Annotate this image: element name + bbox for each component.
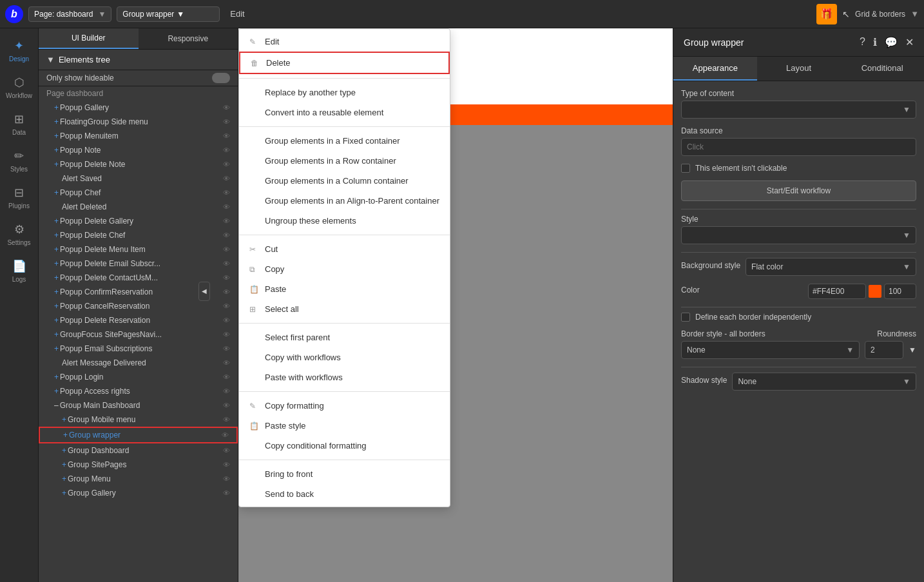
data-source-select[interactable]: Click [681, 138, 916, 156]
ctx-copy-conditional[interactable]: Copy conditional formatting [239, 436, 450, 456]
ctx-bring-front[interactable]: Bring to front [239, 464, 450, 484]
border-independent-checkbox[interactable] [681, 313, 690, 322]
list-item[interactable]: + GroupFocus SitePagesNavi... 👁 [39, 327, 238, 342]
ctx-replace[interactable]: Replace by another type [239, 82, 450, 102]
eye-icon[interactable]: 👁 [223, 359, 230, 367]
list-item[interactable]: – Group Main Dashboard 👁 [39, 398, 238, 412]
eye-icon[interactable]: 👁 [223, 302, 230, 310]
list-item[interactable]: + Popup Login 👁 [39, 370, 238, 384]
ctx-copy-formatting[interactable]: ✎ Copy formatting [239, 396, 450, 416]
ctx-ungroup[interactable]: Ungroup these elements [239, 211, 450, 231]
list-item[interactable]: + Popup Note 👁 [39, 143, 238, 157]
roundness-input[interactable]: 2 [865, 341, 903, 359]
ctx-select-parent[interactable]: Select first parent [239, 327, 450, 347]
ctx-select-all[interactable]: ⊞ Select all [239, 299, 450, 319]
border-select[interactable]: None ▼ [681, 341, 860, 359]
tab-responsive[interactable]: Responsive [139, 28, 238, 49]
sidebar-item-workflow[interactable]: ⬡ Workflow [0, 70, 38, 104]
eye-icon[interactable]: 👁 [223, 146, 230, 154]
eye-icon[interactable]: 👁 [223, 189, 230, 197]
info-icon[interactable]: ℹ [873, 36, 877, 48]
ctx-group-fixed[interactable]: Group elements in a Fixed container [239, 131, 450, 151]
ctx-paste[interactable]: 📋 Paste [239, 279, 450, 299]
eye-icon[interactable]: 👁 [223, 175, 230, 182]
list-item[interactable]: + Popup Gallery 👁 [39, 101, 238, 115]
list-item[interactable]: + Group Dashboard 👁 [39, 443, 238, 458]
eye-icon[interactable]: 👁 [223, 331, 230, 338]
ctx-group-column[interactable]: Group elements in a Column container [239, 171, 450, 191]
eye-icon[interactable]: 👁 [223, 274, 230, 282]
ctx-copy[interactable]: ⧉ Copy [239, 259, 450, 279]
eye-icon[interactable]: 👁 [223, 260, 230, 267]
eye-icon[interactable]: 👁 [223, 475, 230, 483]
list-item[interactable]: + Popup Delete Menu Item 👁 [39, 242, 238, 257]
tree-item-group-wrapper[interactable]: + Group wrapper 👁 [39, 427, 238, 443]
list-item[interactable]: + Group Mobile menu 👁 [39, 412, 238, 427]
sidebar-item-settings[interactable]: ⚙ Settings [0, 217, 38, 251]
style-select[interactable]: ▼ [681, 226, 916, 244]
help-icon[interactable]: ? [860, 36, 865, 48]
hideable-toggle[interactable] [212, 73, 230, 83]
sidebar-item-data[interactable]: ⊞ Data [0, 107, 38, 141]
ctx-group-row[interactable]: Group elements in a Row container [239, 151, 450, 171]
list-item[interactable]: Alert Message Delivered 👁 [39, 356, 238, 370]
not-clickable-checkbox[interactable] [681, 164, 690, 173]
tab-appearance[interactable]: Appearance [673, 57, 757, 81]
type-of-content-select[interactable]: ▼ [681, 101, 916, 119]
workflow-button[interactable]: Start/Edit workflow [681, 180, 916, 201]
eye-icon[interactable]: 👁 [223, 104, 230, 112]
list-item[interactable]: + Popup Delete Chef 👁 [39, 228, 238, 242]
eye-icon[interactable]: 👁 [223, 132, 230, 140]
eye-icon[interactable]: 👁 [223, 288, 230, 296]
tab-ui-builder[interactable]: UI Builder [39, 28, 139, 49]
list-item[interactable]: + Popup Delete Gallery 👁 [39, 214, 238, 228]
shadow-select[interactable]: None ▼ [732, 373, 916, 391]
gift-icon[interactable]: 🎁 [816, 4, 837, 24]
ctx-convert[interactable]: Convert into a reusable element [239, 102, 450, 122]
eye-icon[interactable]: 👁 [223, 316, 230, 324]
eye-icon[interactable]: 👁 [223, 203, 230, 211]
eye-icon[interactable]: 👁 [223, 416, 230, 423]
eye-icon[interactable]: 👁 [223, 246, 230, 253]
eye-icon[interactable]: 👁 [223, 231, 230, 239]
edit-button[interactable]: Edit [225, 6, 249, 21]
list-item[interactable]: + Popup Chef 👁 [39, 186, 238, 200]
color-opacity-input[interactable]: 100 [884, 284, 916, 299]
list-item[interactable]: + Popup Email Subscriptions 👁 [39, 342, 238, 356]
list-item[interactable]: + Popup CancelReservation 👁 [39, 299, 238, 313]
eye-icon[interactable]: 👁 [223, 345, 230, 353]
list-item[interactable]: + Group SitePages 👁 [39, 458, 238, 472]
eye-icon[interactable]: 👁 [222, 431, 229, 439]
color-swatch[interactable] [869, 285, 881, 298]
tab-layout[interactable]: Layout [757, 57, 841, 81]
eye-icon[interactable]: 👁 [223, 217, 230, 225]
tab-conditional[interactable]: Conditional [840, 57, 924, 81]
eye-icon[interactable]: 👁 [223, 489, 230, 497]
sidebar-item-plugins[interactable]: ⊟ Plugins [0, 180, 38, 215]
grid-borders-button[interactable]: Grid & borders [855, 10, 905, 19]
list-item[interactable]: + Popup Access rights 👁 [39, 384, 238, 398]
tree-collapse-arrow[interactable]: ▼ [46, 55, 55, 64]
eye-icon[interactable]: 👁 [223, 461, 230, 469]
ctx-cut[interactable]: ✂ Cut [239, 239, 450, 259]
list-item[interactable]: Alert Deleted 👁 [39, 200, 238, 214]
ctx-group-align[interactable]: Group elements in an Align-to-Parent con… [239, 191, 450, 211]
list-item[interactable]: + Popup Delete Reservation 👁 [39, 313, 238, 327]
ctx-edit[interactable]: ✎ Edit [239, 32, 450, 52]
list-item[interactable]: Alert Saved 👁 [39, 171, 238, 186]
sidebar-item-design[interactable]: ✦ Design [0, 34, 38, 68]
panel-collapse-button[interactable]: ◀ [198, 282, 210, 301]
ctx-send-back[interactable]: Send to back [239, 484, 450, 504]
element-selector[interactable]: Group wrapper ▼ [117, 6, 220, 22]
eye-icon[interactable]: 👁 [223, 118, 230, 126]
list-item[interactable]: + FloatingGroup Side menu 👁 [39, 115, 238, 129]
sidebar-item-styles[interactable]: ✏ Styles [0, 144, 38, 178]
eye-icon[interactable]: 👁 [223, 447, 230, 454]
eye-icon[interactable]: 👁 [223, 387, 230, 395]
eye-icon[interactable]: 👁 [223, 160, 230, 168]
list-item[interactable]: + Popup Menuitem 👁 [39, 129, 238, 143]
comment-icon[interactable]: 💬 [885, 36, 898, 48]
bg-style-select[interactable]: Flat color ▼ [746, 258, 916, 276]
ctx-copy-workflows[interactable]: Copy with workflows [239, 347, 450, 367]
ctx-paste-workflows[interactable]: Paste with workflows [239, 367, 450, 387]
